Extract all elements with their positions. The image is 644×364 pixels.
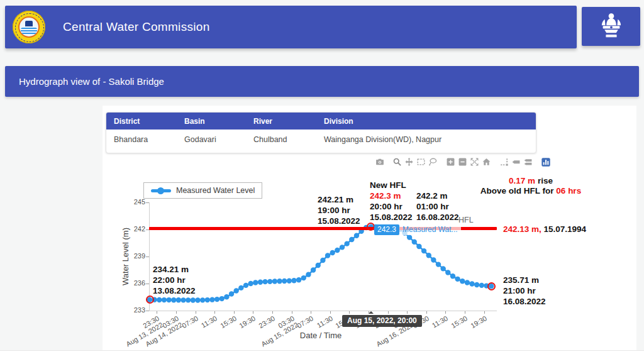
hover-tooltip-series: Measured Wat... bbox=[399, 224, 461, 235]
chart-legend[interactable]: Measured Water Level bbox=[143, 182, 262, 199]
hover-tooltip-value: 242.3 bbox=[374, 224, 399, 235]
annotation-post-peak: 242.2 m 01:00 hr 16.08.2022 bbox=[416, 190, 459, 223]
x-axis-tooltip: Aug 15, 2022, 20:00 bbox=[342, 315, 422, 327]
highlighted-point bbox=[146, 295, 154, 304]
highlighted-point bbox=[487, 282, 496, 290]
hydrograph-chart[interactable]: Water Level (m) Date / Time Measured Wat… bbox=[0, 0, 644, 364]
hfl-label: HFL bbox=[458, 216, 474, 224]
annotation-old-hfl: 242.13 m, 15.07.1994 bbox=[503, 224, 586, 234]
annotation-end-point: 235.71 m 21:00 hr 16.08.2022 bbox=[503, 275, 546, 307]
annotation-pre-peak: 242.21 m 19:00 hr 15.08.2022 bbox=[318, 194, 360, 226]
hover-tooltip: 242.3 Measured Wat... bbox=[374, 224, 461, 235]
annotation-start-point: 234.21 m 22:00 hr 13.08.2022 bbox=[153, 264, 196, 296]
legend-label: Measured Water Level bbox=[176, 186, 255, 195]
legend-line-marker-icon bbox=[151, 189, 171, 192]
annotation-rise: 0.17 m rise Above old HFL for 06 hrs bbox=[477, 176, 585, 196]
annotation-new-hfl: New HFL 242.3 m 20:00 hr 15.08.2022 bbox=[370, 180, 413, 223]
page: Central Water Commission Hydrograph view… bbox=[0, 0, 644, 364]
